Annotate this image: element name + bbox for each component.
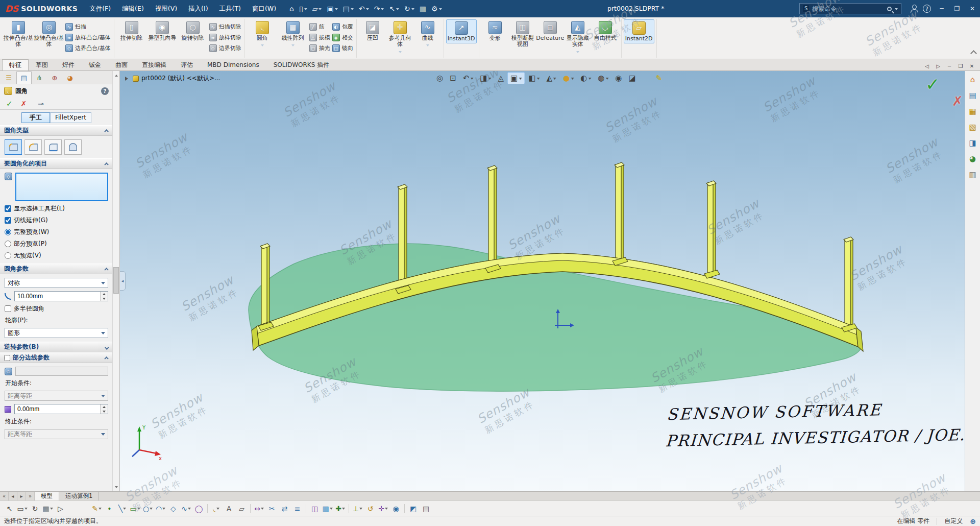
design-library-icon[interactable]: ▦: [967, 106, 978, 117]
command-tab[interactable]: 焊件: [55, 59, 82, 70]
menu-item[interactable]: 视图(V): [150, 0, 183, 17]
command-tab[interactable]: 特征: [2, 59, 29, 70]
instant3d-button[interactable]: ↗Instant3D: [446, 19, 477, 43]
redo-icon[interactable]: ↷: [372, 0, 387, 17]
shell-button[interactable]: ◻抽壳: [309, 44, 330, 53]
motion-study-tab[interactable]: 运动算例1: [59, 492, 99, 500]
symmetry-select[interactable]: 对称: [5, 278, 108, 288]
pm-ok-button[interactable]: ✓: [6, 99, 13, 108]
quick-snaps-icon[interactable]: ✛: [377, 503, 389, 515]
boundary-cut-button[interactable]: ◇边界切除: [209, 44, 241, 53]
tab-scroll-right-icon[interactable]: ▸: [17, 492, 26, 500]
display-manager-tab[interactable]: ◕: [62, 71, 78, 84]
rapid-sketch-icon[interactable]: ◉: [389, 503, 402, 515]
show-selection-toolbar-checkbox[interactable]: [5, 205, 11, 212]
command-tab[interactable]: 钣金: [82, 59, 108, 70]
zoom-area-icon[interactable]: ⊡: [447, 72, 459, 84]
dimxpert-manager-tab[interactable]: ⊕: [47, 71, 62, 84]
sketch-fillet-icon[interactable]: ◟: [210, 503, 223, 515]
help-icon[interactable]: ?: [923, 5, 931, 13]
polygon-icon[interactable]: ◇: [167, 503, 180, 515]
filletxpert-mode-button[interactable]: FilletXpert: [50, 112, 91, 123]
scroll-up-icon[interactable]: [113, 71, 119, 78]
expand-tree-icon[interactable]: [125, 77, 130, 81]
select-icon[interactable]: ↖: [386, 0, 402, 17]
linear-sketch-pattern-icon[interactable]: ▥: [321, 503, 334, 515]
sketch-icon[interactable]: ✎: [90, 503, 103, 515]
shadow-icon[interactable]: ◪: [625, 72, 639, 84]
view-palette-icon[interactable]: ◨: [967, 137, 978, 149]
confirm-ok-button[interactable]: ✓: [925, 74, 940, 94]
revolved-cut-button[interactable]: ○旋转切除: [178, 19, 208, 41]
sketch-picture-icon[interactable]: ▤: [420, 503, 432, 515]
move-entities-icon[interactable]: ✚: [334, 503, 347, 515]
graphics-area[interactable]: ◎⊡↶◨◬▣◧◭●◐◍◉◪✎ prt0002 (默认) <<默认>...: [120, 71, 965, 491]
hide-show-items-icon[interactable]: ◭: [543, 72, 559, 84]
menu-item[interactable]: 文件(F): [84, 0, 116, 17]
command-tab[interactable]: MBD Dimensions: [200, 59, 266, 70]
command-tab[interactable]: 评估: [174, 59, 200, 70]
pm-help-icon[interactable]: ?: [101, 87, 109, 95]
close-button[interactable]: ✕: [965, 0, 980, 17]
offset-spinner[interactable]: [100, 404, 108, 414]
intersect-button[interactable]: ◈相交: [332, 33, 353, 42]
section-fillet-parameters[interactable]: 圆角参数: [0, 264, 113, 274]
menu-item[interactable]: 工具(T): [214, 0, 247, 17]
command-tab[interactable]: 直接编辑: [135, 59, 174, 70]
options-icon[interactable]: ⚙: [429, 0, 445, 17]
manual-mode-button[interactable]: 手工: [21, 112, 50, 123]
freeform-button[interactable]: ◡自由样式: [592, 19, 619, 41]
menu-item[interactable]: 编辑(E): [116, 0, 150, 17]
partial-edge-checkbox[interactable]: [4, 355, 10, 361]
swept-cut-button[interactable]: ∿扫描切除: [209, 22, 241, 31]
boundary-boss-button[interactable]: ◇边界凸台/基体: [65, 44, 111, 53]
minimize-button[interactable]: ─: [934, 0, 949, 17]
display-style-icon[interactable]: ◧: [525, 72, 543, 84]
task-home-icon[interactable]: ⌂: [967, 74, 978, 85]
print-icon[interactable]: ▤: [340, 0, 356, 17]
select-arrow-icon[interactable]: ↖: [3, 503, 16, 515]
tab-scroll-left-icon[interactable]: ◂: [9, 492, 17, 500]
pm-cancel-button[interactable]: ✗: [21, 100, 27, 108]
configuration-manager-tab[interactable]: ⋔: [32, 71, 47, 84]
no-preview-radio[interactable]: [5, 252, 11, 259]
menu-item[interactable]: 窗口(W): [247, 0, 282, 17]
restore-doc-icon[interactable]: ❐: [955, 61, 966, 70]
view-settings-icon[interactable]: ◍: [595, 72, 611, 84]
indent-button[interactable]: ◪压凹: [359, 19, 386, 41]
file-properties-icon[interactable]: ▥: [417, 0, 429, 17]
linear-pattern-button[interactable]: ▦线性阵列: [278, 19, 308, 48]
plane-icon[interactable]: ▱: [235, 503, 248, 515]
globe-icon[interactable]: ⊕: [970, 517, 976, 525]
command-tab[interactable]: 曲面: [108, 59, 135, 70]
wrap-button[interactable]: ◐包覆: [332, 22, 353, 31]
display-relations-icon[interactable]: ⊥: [351, 503, 364, 515]
open-icon[interactable]: ▱: [310, 0, 325, 17]
dynamic-annotation-icon[interactable]: ◬: [495, 72, 507, 84]
model-tab[interactable]: 模型: [35, 492, 59, 500]
arc-icon[interactable]: ◠: [154, 503, 167, 515]
show-hide-bodies-button[interactable]: ◭显示隐藏实体: [564, 19, 592, 55]
reference-geometry-button[interactable]: ✛参考几何体: [386, 19, 414, 55]
command-search[interactable]: S: [799, 3, 901, 14]
play-icon[interactable]: ▷: [54, 503, 67, 515]
menu-item[interactable]: 插入(I): [183, 0, 213, 17]
mirror-entities-icon[interactable]: ◫: [308, 503, 321, 515]
instant2d-button[interactable]: ▱Instant2D: [624, 19, 654, 43]
edit-appearance-icon[interactable]: ●: [560, 72, 577, 84]
scrollbar-thumb[interactable]: [113, 267, 119, 294]
radius-input[interactable]: [15, 293, 100, 300]
mirror-button[interactable]: ◫镜向: [332, 44, 353, 53]
save-icon[interactable]: ▣: [324, 0, 340, 17]
partial-edge-input[interactable]: [15, 367, 108, 376]
extruded-cut-button[interactable]: ▯拉伸切除: [116, 19, 147, 41]
file-explorer-icon[interactable]: ▧: [967, 122, 978, 133]
radius-spinner[interactable]: [100, 292, 108, 301]
point-icon[interactable]: •: [103, 503, 116, 515]
tab-scroll-first-icon[interactable]: «: [0, 492, 9, 500]
face-fillet-button[interactable]: [44, 139, 62, 155]
multi-radius-checkbox[interactable]: [5, 305, 11, 312]
repair-sketch-icon[interactable]: ↺: [364, 503, 377, 515]
search-input[interactable]: [812, 5, 884, 12]
ribbon-collapse-icon[interactable]: [970, 50, 977, 57]
